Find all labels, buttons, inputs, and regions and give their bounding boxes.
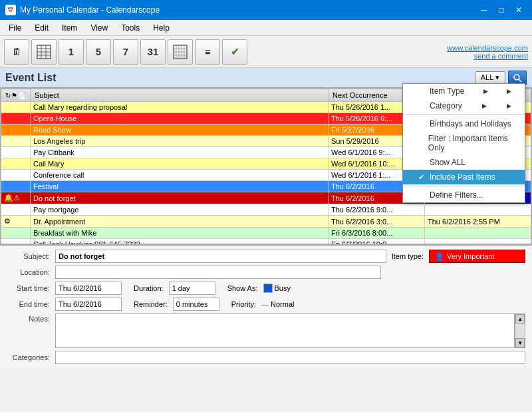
menu-item-birthdays-and-holidays[interactable]: Birthdays and Holidays <box>403 116 525 131</box>
dropdown-menu: Item Type▶Category▶Birthdays and Holiday… <box>402 83 525 203</box>
menu-separator <box>403 114 525 115</box>
maximize-button[interactable]: □ <box>493 3 509 17</box>
table-row[interactable]: Call Jack Hawkins 981-645-7232Fri 6/3/20… <box>1 239 531 245</box>
row-extra <box>425 204 531 216</box>
priority-value: Normal <box>271 300 294 308</box>
duration-label: Duration: <box>134 284 164 292</box>
location-label: Location: <box>7 268 50 276</box>
scroll-up[interactable]: ▲ <box>515 314 525 323</box>
row-icons <box>1 147 31 158</box>
submenu-arrow-icon: ▶ <box>482 103 487 109</box>
row-icons <box>1 239 31 245</box>
row-subject[interactable]: Festival <box>31 181 329 192</box>
end-time-input[interactable] <box>55 298 122 311</box>
new-event-button[interactable]: 🗓 <box>4 39 29 65</box>
item-type-label: Item type: <box>392 252 424 260</box>
menu-item-label: Filter : Important Items Only <box>428 134 511 152</box>
scroll-down[interactable]: ▼ <box>515 338 525 347</box>
day31-button[interactable]: 31 <box>140 39 166 65</box>
menu-bar: File Edit Item View Tools Help <box>0 20 532 36</box>
notes-label: Notes: <box>7 313 50 323</box>
row-subject[interactable]: Pay mortgage <box>31 204 329 216</box>
list-view-button[interactable]: ≡ <box>195 39 220 65</box>
reminder-input[interactable] <box>173 298 219 311</box>
event-list-title: Event List <box>5 72 56 84</box>
notes-textarea[interactable] <box>55 313 515 348</box>
menu-view[interactable]: View <box>84 21 114 35</box>
row-subject[interactable]: Call Mary regarding proposal <box>31 102 329 113</box>
item-type-value[interactable]: 👤 Very Important <box>429 250 525 263</box>
toolbar: 🗓 1 5 7 31 ≡ ✔ www.calendarscope.com sen… <box>0 36 532 68</box>
row-icons <box>1 181 31 192</box>
row-icons <box>1 158 31 170</box>
row-icons <box>1 170 31 181</box>
row-subject[interactable]: Call Jack Hawkins 981-645-7232 <box>31 239 329 245</box>
row-subject[interactable]: Do not forget <box>31 192 329 204</box>
menu-check-icon: ✔ <box>416 173 426 182</box>
window-title: My Personal Calendar - Calendarscope <box>20 5 160 15</box>
close-button[interactable]: ✕ <box>511 3 527 17</box>
row-icons <box>1 228 31 239</box>
menu-file[interactable]: File <box>3 21 27 35</box>
subject-label: Subject: <box>7 252 50 260</box>
day1-button[interactable]: 1 <box>59 39 84 65</box>
detail-panel: Subject: Item type: 👤 Very Important Loc… <box>0 244 532 368</box>
menu-tools[interactable]: Tools <box>115 21 146 35</box>
row-icons <box>1 136 31 147</box>
menu-edit[interactable]: Edit <box>29 21 55 35</box>
website-links: www.calendarscope.com send a comment <box>447 44 528 60</box>
table-row[interactable]: Pay mortgageThu 6/2/2016 9:0... <box>1 204 531 216</box>
start-time-input[interactable] <box>55 282 122 295</box>
row-next: Thu 6/2/2016 9:0... <box>329 204 425 216</box>
row-subject[interactable]: Dr. Appointment <box>31 216 329 228</box>
row-extra: Thu 6/2/2016 2:55 PM <box>425 216 531 228</box>
row-subject[interactable]: Conference call <box>31 170 329 181</box>
row-icons: 🔔⚠ <box>1 192 31 204</box>
svg-point-14 <box>514 75 519 80</box>
website-link[interactable]: www.calendarscope.com <box>447 44 528 52</box>
notes-scrollbar: ▲ ▼ <box>515 313 525 348</box>
menu-item-show-all[interactable]: Show ALL <box>403 155 525 170</box>
row-subject[interactable]: Road Show <box>31 124 329 136</box>
row-subject[interactable]: Call Mary <box>31 158 329 170</box>
show-as-value: Busy <box>275 284 291 292</box>
table-row[interactable]: Breakfast with MikeFri 6/3/2016 8:00... <box>1 228 531 239</box>
svg-line-15 <box>519 79 521 82</box>
month-view-button[interactable] <box>168 39 193 65</box>
row-icons: ⚙ <box>1 216 31 228</box>
row-next: Thu 6/2/2016 3:0... <box>329 216 425 228</box>
menu-item-include-past-items[interactable]: ✔Include Past Items <box>403 170 525 184</box>
categories-input[interactable] <box>55 351 525 364</box>
reminder-label: Reminder: <box>134 300 168 308</box>
row-subject[interactable]: Breakfast with Mike <box>31 228 329 239</box>
menu-item[interactable]: Item <box>56 21 83 35</box>
menu-item-category[interactable]: Category▶ <box>403 99 525 113</box>
day7-button[interactable]: 7 <box>113 39 138 65</box>
menu-item-filter--important-items-only[interactable]: Filter : Important Items Only <box>403 131 525 155</box>
minimize-button[interactable]: ─ <box>476 3 492 17</box>
menu-separator <box>403 186 525 186</box>
item-type-text: Very Important <box>447 252 495 260</box>
row-icons <box>1 102 31 113</box>
week-view-button[interactable] <box>31 39 57 65</box>
duration-input[interactable] <box>169 282 215 295</box>
table-row[interactable]: ⚙Dr. AppointmentThu 6/2/2016 3:0...Thu 6… <box>1 216 531 228</box>
row-subject[interactable]: Opera House <box>31 113 329 124</box>
menu-item-item-type[interactable]: Item Type▶ <box>403 84 525 99</box>
subject-input[interactable] <box>55 250 386 263</box>
row-next: Fri 6/3/2016 10:0... <box>329 239 425 245</box>
menu-help[interactable]: Help <box>147 21 176 35</box>
priority-label: Priority: <box>231 300 256 308</box>
start-time-label: Start time: <box>7 284 50 292</box>
col-icons: ↻⚑📄 <box>1 89 31 102</box>
row-subject[interactable]: Los Angeles trip <box>31 136 329 147</box>
day5-button[interactable]: 5 <box>86 39 111 65</box>
all-filter-button[interactable]: ALL ▾ <box>475 71 505 84</box>
row-subject[interactable]: Pay Citibank <box>31 147 329 158</box>
location-input[interactable] <box>55 266 381 279</box>
show-as-label: Show As: <box>227 284 258 292</box>
row-icons <box>1 113 31 124</box>
menu-item-define-filters[interactable]: Define Filters... <box>403 188 525 202</box>
comment-link[interactable]: send a comment <box>447 52 528 60</box>
tasks-button[interactable]: ✔ <box>222 39 247 65</box>
